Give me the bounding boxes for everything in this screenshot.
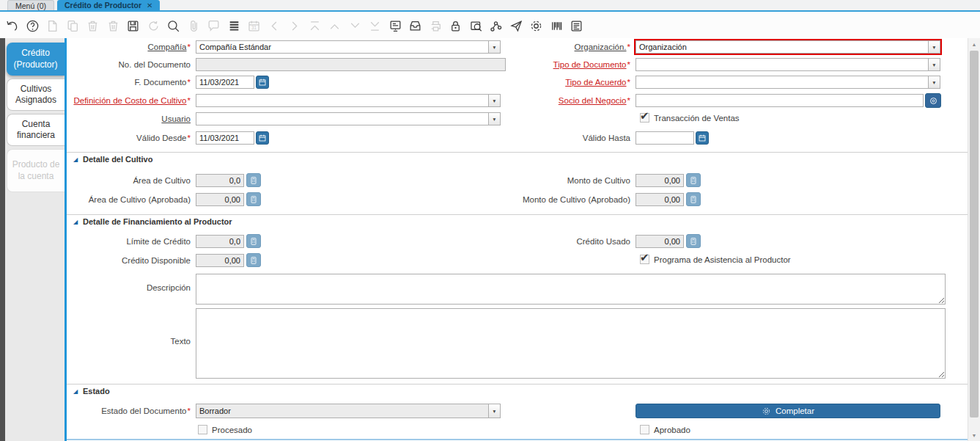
sidebar-tab-cuenta-financiera[interactable]: Cuenta financiera (7, 114, 65, 146)
texto-textarea[interactable] (196, 308, 946, 379)
sidebar-tab-producto-de-la-cuenta: Producto de la cuenta (7, 149, 65, 192)
monto-cultivo-calculator-icon[interactable] (686, 173, 701, 187)
required-marker: * (188, 133, 191, 143)
delete-record-icon (86, 19, 100, 33)
save-icon[interactable] (126, 19, 140, 33)
last-record-icon (368, 19, 382, 33)
tipo-documento-label[interactable]: Tipo de Documento* (411, 59, 630, 70)
report-window-icon[interactable] (570, 19, 583, 33)
sidebar-tab-stack: Crédito (Productor) Cultivos Asignados C… (5, 38, 65, 441)
required-marker: * (188, 77, 191, 87)
area-cultivo-aprobada-calculator-icon[interactable] (246, 192, 261, 206)
new-record-icon (45, 19, 59, 33)
descripcion-textarea[interactable] (196, 274, 946, 305)
chevron-down-icon[interactable]: ▾ (488, 112, 501, 125)
archive-icon[interactable] (408, 19, 422, 33)
scrollbar-thumb[interactable] (970, 51, 979, 418)
scroll-up-icon[interactable]: ▲ (968, 38, 980, 50)
find-icon[interactable] (166, 19, 180, 33)
credito-disponible-input (196, 254, 244, 267)
definicion-costo-label[interactable]: Definición de Costo de Cultivo* (67, 95, 191, 106)
valido-desde-input[interactable] (196, 131, 254, 145)
report-icon[interactable] (388, 19, 402, 33)
area-cultivo-input (196, 174, 244, 187)
scroll-down-icon[interactable]: ▼ (968, 429, 980, 441)
descripcion-label: Descripción (67, 283, 191, 293)
estado-documento-combobox: ▾ (196, 404, 501, 418)
checkbox-box (198, 425, 207, 434)
tipo-acuerdo-input[interactable] (635, 76, 928, 89)
texto-label: Texto (67, 336, 191, 346)
procesado-checkbox[interactable] (198, 425, 208, 435)
completar-button-label: Completar (775, 407, 814, 415)
limite-credito-label: Límite de Crédito (67, 236, 191, 247)
sidebar-tab-credito-productor[interactable]: Crédito (Productor) (7, 43, 65, 76)
monto-cultivo-aprobado-label: Monto de Cultivo (Aprobado) (411, 194, 630, 205)
socio-negocio-record-icon[interactable] (925, 93, 941, 108)
usuario-label[interactable]: Usuario (67, 114, 191, 124)
sidebar-tab-label: Crédito (Productor) (10, 48, 62, 70)
checkmark-icon: ✔ (640, 109, 649, 123)
valido-hasta-input[interactable] (635, 131, 694, 145)
vertical-scrollbar[interactable]: ▲ ▼ (968, 38, 980, 441)
zoom-across-icon[interactable] (469, 19, 483, 33)
chevron-down-icon[interactable]: ▾ (928, 76, 940, 89)
delete-selection-icon (106, 19, 120, 33)
credito-usado-calculator-icon[interactable] (686, 234, 701, 248)
transaccion-ventas-label: Transacción de Ventas (654, 114, 740, 123)
required-marker: * (188, 42, 191, 52)
close-tab-icon[interactable]: ✕ (147, 1, 152, 10)
export-icon[interactable] (550, 19, 564, 33)
f-documento-calendar-icon[interactable] (256, 76, 269, 89)
valido-hasta-calendar-icon[interactable] (696, 131, 709, 145)
organizacion-combobox: ▾ (635, 40, 940, 54)
monto-cultivo-aprobado-calculator-icon[interactable] (686, 192, 701, 206)
socio-negocio-input[interactable] (635, 94, 924, 107)
compania-label[interactable]: Compañía* (67, 42, 191, 52)
process-icon[interactable] (529, 19, 543, 33)
completar-button[interactable]: Completar (635, 404, 940, 418)
aprobado-label: Aprobado (654, 426, 690, 434)
chevron-down-icon[interactable]: ▾ (488, 404, 501, 418)
usuario-input[interactable] (196, 112, 488, 125)
collapse-icon[interactable]: ◢ (73, 156, 78, 164)
tipo-acuerdo-label[interactable]: Tipo de Acuerdo* (411, 77, 630, 87)
chevron-down-icon[interactable]: ▾ (928, 58, 940, 71)
credito-usado-label: Crédito Usado (411, 236, 630, 247)
checkmark-icon: ✔ (640, 251, 649, 264)
workflow-icon[interactable] (489, 19, 503, 33)
f-documento-input[interactable] (196, 76, 254, 89)
transaccion-ventas-checkbox[interactable]: ✔ (640, 113, 650, 123)
undo-icon[interactable] (5, 19, 19, 33)
section-title-cultivo[interactable]: Detalle del Cultivo (83, 155, 152, 164)
credito-disponible-calculator-icon[interactable] (246, 253, 261, 267)
tab-menu[interactable]: Menú (0) (7, 0, 54, 10)
valido-desde-calendar-icon[interactable] (256, 131, 269, 145)
aprobado-checkbox[interactable] (640, 425, 650, 435)
socio-negocio-label[interactable]: Socio del Negocio* (411, 95, 630, 106)
limite-credito-calculator-icon[interactable] (246, 234, 261, 248)
first-record-icon (308, 19, 322, 33)
sidebar-tab-cultivos-asignados[interactable]: Cultivos Asignados (7, 79, 65, 111)
tab-credito-de-productor[interactable]: Crédito de Productor ✕ (57, 0, 160, 10)
section-title-financiamiento[interactable]: Detalle de Financiamiento al Productor (83, 217, 232, 226)
help-icon[interactable] (26, 19, 40, 33)
collapse-icon[interactable]: ◢ (73, 219, 78, 226)
tipo-documento-input[interactable] (635, 58, 928, 71)
lock-icon[interactable] (449, 19, 463, 33)
collapse-icon[interactable]: ◢ (73, 388, 78, 396)
programa-asistencia-checkbox[interactable]: ✔ (640, 255, 650, 265)
usuario-combobox: ▾ (196, 112, 501, 125)
send-mail-icon[interactable] (509, 19, 523, 33)
required-marker: * (627, 95, 630, 106)
toggle-grid-icon[interactable] (227, 19, 241, 33)
section-title-estado[interactable]: Estado (83, 387, 110, 396)
tab-credito-label: Crédito de Productor (65, 1, 141, 10)
area-cultivo-calculator-icon[interactable] (246, 173, 261, 187)
monto-cultivo-label: Monto de Cultivo (411, 175, 630, 186)
organizacion-label[interactable]: Organización.* (411, 42, 630, 52)
sidebar-tab-label: Cuenta financiera (10, 119, 62, 142)
credito-disponible-label: Crédito Disponible (67, 255, 191, 266)
organizacion-input[interactable] (635, 40, 928, 54)
chevron-down-icon[interactable]: ▾ (928, 40, 940, 54)
